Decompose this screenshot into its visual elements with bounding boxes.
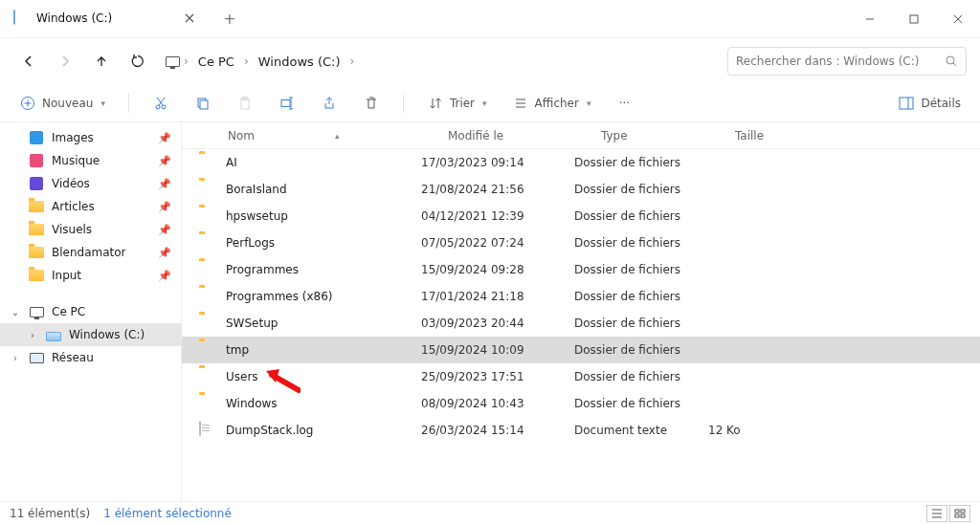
copy-button[interactable] xyxy=(187,90,219,117)
up-button[interactable] xyxy=(86,46,117,76)
sidebar-item-label: Vidéos xyxy=(52,177,90,190)
file-row[interactable]: Users25/09/2023 17:51Dossier de fichiers xyxy=(182,363,980,390)
pin-icon[interactable]: 📌 xyxy=(158,270,171,282)
trash-icon xyxy=(363,95,380,112)
svg-rect-15 xyxy=(961,510,965,513)
details-pane-button[interactable]: Détails xyxy=(890,90,969,117)
file-name: Programmes (x86) xyxy=(226,290,333,303)
file-size: 12 Ko xyxy=(708,424,785,437)
file-row[interactable]: DumpStack.log26/03/2024 15:14Document te… xyxy=(182,417,980,444)
pin-icon[interactable]: 📌 xyxy=(158,132,171,144)
image-icon xyxy=(29,130,44,145)
svg-line-3 xyxy=(953,63,956,66)
view-list-toggle[interactable] xyxy=(926,505,947,522)
navigation-pane[interactable]: Images📌Musique📌Vidéos📌Articles📌Visuels📌B… xyxy=(0,122,182,501)
new-tab-button[interactable]: + xyxy=(211,0,249,37)
file-rows[interactable]: AI17/03/2023 09:14Dossier de fichiersBor… xyxy=(182,149,980,501)
sort-icon xyxy=(427,95,444,112)
rename-button[interactable] xyxy=(271,90,303,117)
close-tab-icon[interactable] xyxy=(182,11,197,26)
view-grid-toggle[interactable] xyxy=(949,505,970,522)
chevron-right-icon[interactable]: › xyxy=(27,330,38,340)
sidebar-item-images[interactable]: Images📌 xyxy=(0,126,181,149)
minimize-button[interactable] xyxy=(848,0,892,37)
file-modified: 04/12/2021 12:39 xyxy=(421,209,574,223)
close-window-button[interactable] xyxy=(936,0,980,37)
paste-button[interactable] xyxy=(229,90,261,117)
file-row[interactable]: PerfLogs07/05/2022 07:24Dossier de fichi… xyxy=(182,229,980,256)
breadcrumb-segment[interactable]: Ce PC xyxy=(192,51,240,73)
drive-icon xyxy=(46,327,61,342)
file-row[interactable]: AI17/03/2023 09:14Dossier de fichiers xyxy=(182,149,980,176)
file-modified: 07/05/2022 07:24 xyxy=(421,236,574,250)
maximize-button[interactable] xyxy=(892,0,936,37)
search-input[interactable] xyxy=(736,55,937,68)
folder-icon xyxy=(29,222,44,237)
back-button[interactable] xyxy=(13,46,44,76)
tab-current[interactable]: Windows (C:) xyxy=(0,0,211,37)
sort-button-label: Trier xyxy=(450,97,475,110)
refresh-button[interactable] xyxy=(122,46,153,76)
search-box[interactable] xyxy=(727,47,967,76)
sidebar-item-blendamator[interactable]: Blendamator📌 xyxy=(0,241,181,264)
file-row[interactable]: Windows08/09/2024 10:43Dossier de fichie… xyxy=(182,390,980,417)
sort-button[interactable]: Trier ▾ xyxy=(419,90,495,117)
pin-icon[interactable]: 📌 xyxy=(158,247,171,259)
sidebar-item-input[interactable]: Input📌 xyxy=(0,264,181,287)
pin-icon[interactable]: 📌 xyxy=(158,155,171,167)
chevron-right-icon[interactable]: › xyxy=(348,55,357,68)
column-header-type[interactable]: Type xyxy=(601,129,735,142)
svg-rect-12 xyxy=(900,98,913,109)
file-name: Users xyxy=(226,370,258,383)
more-button[interactable]: ··· xyxy=(608,90,640,117)
music-icon xyxy=(29,153,44,168)
breadcrumb[interactable]: › Ce PC › Windows (C:) › xyxy=(165,51,722,73)
separator xyxy=(128,94,129,113)
chevron-right-icon[interactable]: › xyxy=(242,55,251,68)
sidebar-item-network[interactable]: › Réseau xyxy=(0,346,181,369)
file-row[interactable]: tmp15/09/2024 10:09Dossier de fichiers xyxy=(182,337,980,363)
view-button-label: Afficher xyxy=(535,97,579,110)
pin-icon[interactable]: 📌 xyxy=(158,224,171,236)
sidebar-item-musique[interactable]: Musique📌 xyxy=(0,149,181,172)
svg-rect-11 xyxy=(281,99,290,106)
pin-icon[interactable]: 📌 xyxy=(158,178,171,190)
file-name: PerfLogs xyxy=(226,236,275,250)
scissors-icon xyxy=(152,95,169,112)
column-header-name[interactable]: Nom ▴ xyxy=(228,129,448,142)
file-row[interactable]: Programmes (x86)17/01/2024 21:18Dossier … xyxy=(182,283,980,310)
share-button[interactable] xyxy=(313,90,345,117)
svg-point-2 xyxy=(947,56,954,64)
file-row[interactable]: hpswsetup04/12/2021 12:39Dossier de fich… xyxy=(182,203,980,229)
sidebar-item-this-pc[interactable]: ⌄ Ce PC xyxy=(0,300,181,323)
sidebar-item-vidéos[interactable]: Vidéos📌 xyxy=(0,172,181,195)
search-icon[interactable] xyxy=(945,55,958,68)
status-selection: 1 élément sélectionné xyxy=(103,507,232,520)
file-row[interactable]: Programmes15/09/2024 09:28Dossier de fic… xyxy=(182,256,980,283)
column-modified-label: Modifié le xyxy=(448,129,503,142)
view-button[interactable]: Afficher ▾ xyxy=(504,90,599,117)
chevron-right-icon[interactable]: › xyxy=(10,353,21,363)
svg-rect-14 xyxy=(955,510,959,513)
forward-button[interactable] xyxy=(50,46,80,76)
column-header-size[interactable]: Taille xyxy=(735,129,812,142)
file-row[interactable]: SWSetup03/09/2023 20:44Dossier de fichie… xyxy=(182,310,980,337)
sidebar-item-drive[interactable]: › Windows (C:) xyxy=(0,323,181,346)
sidebar-item-articles[interactable]: Articles📌 xyxy=(0,195,181,218)
chevron-right-icon[interactable]: › xyxy=(182,55,190,68)
file-type: Dossier de fichiers xyxy=(574,156,708,169)
column-header-modified[interactable]: Modifié le xyxy=(448,129,601,142)
file-row[interactable]: BoraIsland21/08/2024 21:56Dossier de fic… xyxy=(182,176,980,203)
network-icon xyxy=(29,350,44,365)
chevron-down-icon[interactable]: ⌄ xyxy=(10,307,21,317)
file-modified: 17/01/2024 21:18 xyxy=(421,290,574,303)
new-button[interactable]: Nouveau ▾ xyxy=(11,90,113,117)
pin-icon[interactable]: 📌 xyxy=(158,201,171,213)
file-modified: 26/03/2024 15:14 xyxy=(421,424,574,437)
breadcrumb-segment[interactable]: Windows (C:) xyxy=(253,51,346,73)
file-modified: 03/09/2023 20:44 xyxy=(421,317,574,330)
cut-button[interactable] xyxy=(145,90,177,117)
sidebar-item-visuels[interactable]: Visuels📌 xyxy=(0,218,181,241)
paste-icon xyxy=(236,95,254,112)
delete-button[interactable] xyxy=(355,90,388,117)
